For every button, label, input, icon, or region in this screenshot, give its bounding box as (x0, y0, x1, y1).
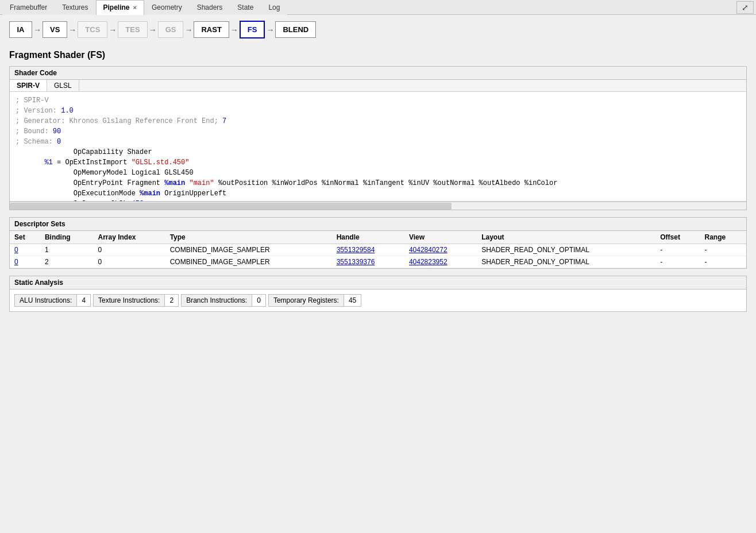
stat-value: 45 (344, 295, 361, 306)
stat-item: ALU Instructions: 4 (14, 294, 91, 307)
col-array-index: Array Index (93, 231, 165, 244)
arrow-5: → (183, 25, 194, 34)
cell-range: - (700, 244, 746, 256)
cell-range: - (700, 256, 746, 268)
col-view: View (404, 231, 477, 244)
cell-offset: - (655, 256, 700, 268)
stat-value: 0 (252, 295, 265, 306)
code-tab-spirv[interactable]: SPIR-V (10, 80, 47, 91)
horizontal-scrollbar[interactable] (10, 202, 746, 210)
col-range: Range (700, 231, 746, 244)
stage-tes[interactable]: TES (118, 21, 147, 38)
cell-type: COMBINED_IMAGE_SAMPLER (165, 244, 332, 256)
cell-view[interactable]: 4042840272 (404, 244, 477, 256)
arrow-3: → (107, 25, 118, 34)
code-tab-glsl[interactable]: GLSL (47, 80, 79, 91)
tab-state[interactable]: State (230, 0, 261, 15)
static-analysis-content: ALU Instructions: 4 Texture Instructions… (10, 289, 746, 311)
stage-tes-box[interactable]: TES (118, 21, 147, 38)
cell-handle[interactable]: 3551329584 (332, 244, 404, 256)
stage-ia[interactable]: IA (9, 21, 32, 38)
cell-set[interactable]: 0 (10, 244, 40, 256)
shader-code-label: Shader Code (10, 67, 746, 80)
arrow-4: → (148, 25, 158, 34)
table-row: 0 1 0 COMBINED_IMAGE_SAMPLER 3551329584 … (10, 244, 746, 256)
cell-array-index: 0 (93, 244, 165, 256)
stat-item: Texture Instructions: 2 (93, 294, 179, 307)
pipeline-bar: IA → VS → TCS → TES → GS → RAST → FS → B… (0, 15, 756, 44)
stage-vs[interactable]: VS (43, 21, 67, 38)
cell-view[interactable]: 4042823952 (404, 256, 477, 268)
section-title: Fragment Shader (FS) (9, 50, 747, 60)
stage-fs-box[interactable]: FS (240, 21, 265, 38)
expand-button[interactable]: ⤢ (736, 1, 754, 14)
stage-rast[interactable]: RAST (194, 21, 229, 38)
stat-value: 4 (77, 295, 90, 306)
static-analysis-label: Static Analysis (10, 276, 746, 289)
cell-layout: SHADER_READ_ONLY_OPTIMAL (477, 256, 655, 268)
code-tabs: SPIR-V GLSL (10, 80, 746, 92)
stage-blend-box[interactable]: BLEND (275, 21, 316, 38)
cell-layout: SHADER_READ_ONLY_OPTIMAL (477, 244, 655, 256)
close-pipeline-tab-icon[interactable]: × (133, 4, 137, 11)
arrow-1: → (32, 25, 43, 34)
cell-array-index: 0 (93, 256, 165, 268)
tab-shaders[interactable]: Shaders (190, 0, 230, 15)
shader-code-group: Shader Code SPIR-V GLSL ; SPIR-V ; Versi… (9, 66, 747, 210)
cell-type: COMBINED_IMAGE_SAMPLER (165, 256, 332, 268)
static-analysis-group: Static Analysis ALU Instructions: 4 Text… (9, 276, 747, 312)
stage-rast-box[interactable]: RAST (194, 21, 229, 38)
descriptor-sets-table: Set Binding Array Index Type Handle View… (10, 231, 746, 268)
table-row: 0 2 0 COMBINED_IMAGE_SAMPLER 3551339376 … (10, 256, 746, 268)
col-set: Set (10, 231, 40, 244)
stage-blend[interactable]: BLEND (275, 21, 316, 38)
stage-tcs-box[interactable]: TCS (78, 21, 107, 38)
col-offset: Offset (655, 231, 700, 244)
cell-binding: 2 (40, 256, 94, 268)
stat-label: Texture Instructions: (94, 295, 165, 306)
code-wrapper: ; SPIR-V ; Version: 1.0 ; Generator: Khr… (10, 92, 746, 202)
cell-set[interactable]: 0 (10, 256, 40, 268)
tab-log[interactable]: Log (261, 0, 287, 15)
col-binding: Binding (40, 231, 94, 244)
arrow-7: → (265, 25, 275, 34)
stat-label: ALU Instructions: (15, 295, 77, 306)
stage-ia-box[interactable]: IA (9, 21, 32, 38)
stage-gs[interactable]: GS (158, 21, 184, 38)
stage-tcs[interactable]: TCS (78, 21, 107, 38)
stage-fs[interactable]: FS (240, 21, 265, 38)
descriptor-sets-label: Descriptor Sets (10, 218, 746, 231)
tab-geometry[interactable]: Geometry (144, 0, 190, 15)
tab-bar: Framebuffer Textures Pipeline × Geometry… (0, 0, 756, 15)
col-type: Type (165, 231, 332, 244)
code-area[interactable]: ; SPIR-V ; Version: 1.0 ; Generator: Khr… (10, 92, 563, 201)
main-content: Fragment Shader (FS) Shader Code SPIR-V … (0, 44, 756, 325)
arrow-6: → (229, 25, 240, 34)
col-handle: Handle (332, 231, 404, 244)
stat-value: 2 (165, 295, 178, 306)
cell-handle[interactable]: 3551339376 (332, 256, 404, 268)
cell-offset: - (655, 244, 700, 256)
tab-pipeline[interactable]: Pipeline × (96, 0, 144, 15)
stat-label: Temporary Registers: (269, 295, 344, 306)
stat-item: Temporary Registers: 45 (268, 294, 361, 307)
descriptor-sets-group: Descriptor Sets Set Binding Array Index … (9, 217, 747, 269)
stage-gs-box[interactable]: GS (158, 21, 184, 38)
stat-item: Branch Instructions: 0 (181, 294, 266, 307)
cell-binding: 1 (40, 244, 94, 256)
arrow-2: → (67, 25, 78, 34)
tab-textures[interactable]: Textures (55, 0, 95, 15)
stage-vs-box[interactable]: VS (43, 21, 67, 38)
stat-label: Branch Instructions: (182, 295, 252, 306)
tab-framebuffer[interactable]: Framebuffer (2, 0, 55, 15)
col-layout: Layout (477, 231, 655, 244)
